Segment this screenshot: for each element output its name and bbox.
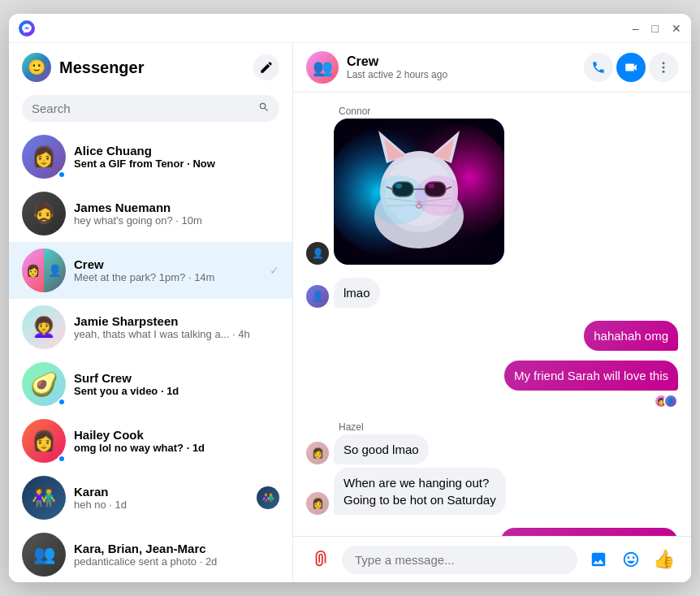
- svg-point-26: [415, 175, 464, 216]
- conv-preview: Sent a GIF from Tenor · Now: [74, 158, 279, 170]
- unread-dot: [58, 398, 66, 406]
- conv-name: Jamie Sharpsteen: [74, 314, 279, 328]
- list-item[interactable]: 👥 Kara, Brian, Jean-Marc pedanticalice s…: [9, 526, 292, 582]
- list-item[interactable]: 👩‍🦱 Jamie Sharpsteen yeah, thats what I …: [9, 299, 292, 356]
- avatar-wrap: 👫: [22, 476, 66, 520]
- sidebar-header: 🙂 Messenger: [9, 43, 292, 92]
- reaction-avatars: 👩 👤: [654, 394, 678, 408]
- title-bar: – □ ✕: [9, 14, 691, 43]
- conv-preview: hey what's going on? · 10m: [74, 214, 279, 227]
- msg-row: 👤 lmao: [306, 278, 678, 308]
- list-item[interactable]: 🧔 James Nuemann hey what's going on? · 1…: [9, 185, 292, 242]
- cat-image: [334, 119, 504, 265]
- conv-name: Surf Crew: [74, 371, 279, 385]
- search-icon: [258, 101, 270, 115]
- avatar-wrap: 👩‍🦱: [22, 305, 66, 349]
- conv-info: Alice Chuang Sent a GIF from Tenor · Now: [74, 144, 279, 170]
- msg-group: I'm super down for Saturday?: [306, 528, 678, 536]
- conv-info: Karan heh no · 1d: [74, 485, 248, 511]
- message-bubble: lmao: [334, 278, 380, 308]
- input-right-buttons: 👍: [584, 545, 678, 574]
- conv-info: Crew Meet at the park? 1pm? · 14m: [74, 257, 261, 283]
- list-item[interactable]: 👩 Alice Chuang Sent a GIF from Tenor · N…: [9, 128, 292, 185]
- chat-status: Last active 2 hours ago: [347, 69, 576, 80]
- conv-name: Alice Chuang: [74, 144, 279, 158]
- video-call-button[interactable]: [616, 53, 646, 82]
- sidebar-title: Messenger: [59, 58, 145, 77]
- chat-header-info: Crew Last active 2 hours ago: [347, 54, 576, 80]
- conv-name: Crew: [74, 257, 261, 271]
- msg-avatar: 👩: [306, 442, 329, 464]
- conv-preview: heh no · 1d: [74, 499, 248, 511]
- msg-group: Hazel 👩 So good lmao 👩 When are we hangi…: [306, 421, 678, 515]
- msg-row: 👩 So good lmao: [306, 434, 678, 464]
- conv-preview: pedanticalice sent a photo · 2d: [74, 555, 279, 568]
- msg-sender-label: Connor: [306, 106, 678, 117]
- msg-row: 👩 When are we hanging out?Going to be ho…: [306, 468, 678, 515]
- image-button[interactable]: [584, 545, 613, 574]
- attachment-button[interactable]: [306, 545, 335, 574]
- compose-button[interactable]: [253, 54, 279, 80]
- message-input[interactable]: [342, 546, 577, 574]
- outgoing-meta: 👩 👤: [654, 394, 678, 408]
- conv-meta: 👫: [257, 486, 279, 509]
- msg-row: hahahah omg: [306, 321, 678, 351]
- avatar: 👩‍🦱: [22, 305, 66, 349]
- avatar: 👥: [22, 533, 66, 577]
- avatar-wrap: 🥑: [22, 362, 66, 406]
- svg-point-1: [663, 67, 665, 69]
- user-avatar[interactable]: 🙂: [22, 53, 51, 82]
- chat-name: Crew: [347, 54, 576, 69]
- msg-col: My friend Sarah will love this 👩 👤: [504, 361, 678, 408]
- title-bar-left: [19, 20, 35, 37]
- close-button[interactable]: ✕: [672, 23, 681, 34]
- list-item[interactable]: 👫 Karan heh no · 1d 👫: [9, 469, 292, 526]
- conv-name: Hailey Cook: [74, 428, 279, 442]
- msg-sender-label: Hazel: [306, 421, 678, 433]
- search-bar: [22, 95, 279, 122]
- more-options-button[interactable]: [649, 53, 678, 82]
- minimize-button[interactable]: –: [633, 23, 639, 34]
- msg-group: My friend Sarah will love this 👩 👤: [306, 361, 678, 408]
- message-bubble: My friend Sarah will love this: [504, 361, 678, 391]
- conv-info: Jamie Sharpsteen yeah, thats what I was …: [74, 314, 279, 340]
- chat-actions: [584, 53, 678, 82]
- avatar: 🧔: [22, 192, 66, 235]
- main-area: 🙂 Messenger: [9, 43, 691, 582]
- list-item[interactable]: 🥑 Surf Crew Sent you a video · 1d: [9, 356, 292, 412]
- emoji-button[interactable]: [616, 545, 646, 574]
- avatar: 👩 👤: [22, 248, 66, 292]
- msg-row: 👤: [306, 119, 678, 265]
- unread-dot: [58, 171, 66, 179]
- msg-group: hahahah omg: [306, 321, 678, 351]
- avatar-wrap: 👥: [22, 533, 66, 577]
- meta-thumb: 👫: [257, 486, 279, 509]
- conv-info: Hailey Cook omg lol no way what? · 1d: [74, 428, 279, 454]
- like-button[interactable]: 👍: [649, 545, 678, 574]
- delivered-check-icon: ✓: [270, 264, 279, 277]
- msg-avatar: 👩: [306, 492, 329, 515]
- msg-group: Connor 👤: [306, 106, 678, 265]
- search-input[interactable]: [32, 101, 252, 115]
- avatar-wrap: 👩: [22, 135, 66, 179]
- conv-name: Kara, Brian, Jean-Marc: [74, 542, 279, 555]
- maximize-button[interactable]: □: [652, 23, 659, 34]
- conversations-list: 👩 Alice Chuang Sent a GIF from Tenor · N…: [9, 128, 292, 582]
- msg-avatar: 👤: [306, 242, 329, 265]
- sidebar: 🙂 Messenger: [9, 43, 293, 582]
- msg-row: I'm super down for Saturday?: [306, 528, 678, 536]
- unread-dot: [58, 455, 66, 463]
- msg-avatar: 👤: [306, 285, 329, 308]
- msg-row: My friend Sarah will love this 👩 👤: [306, 361, 678, 408]
- title-bar-controls: – □ ✕: [633, 23, 681, 34]
- list-item[interactable]: 👩 Hailey Cook omg lol no way what? · 1d: [9, 412, 292, 469]
- conv-info: Kara, Brian, Jean-Marc pedanticalice sen…: [74, 542, 279, 568]
- voice-call-button[interactable]: [584, 53, 613, 82]
- message-input-area: 👍: [293, 536, 691, 582]
- conv-preview: omg lol no way what? · 1d: [74, 442, 279, 454]
- chat-area: 👥 Crew Last active 2 hours ago: [293, 43, 691, 582]
- conv-preview: Meet at the park? 1pm? · 14m: [74, 271, 261, 283]
- list-item[interactable]: 👩 👤 Crew Meet at the park? 1pm? · 14m ✓: [9, 242, 292, 299]
- message-bubble: hahahah omg: [584, 321, 678, 351]
- conv-name: Karan: [74, 485, 248, 499]
